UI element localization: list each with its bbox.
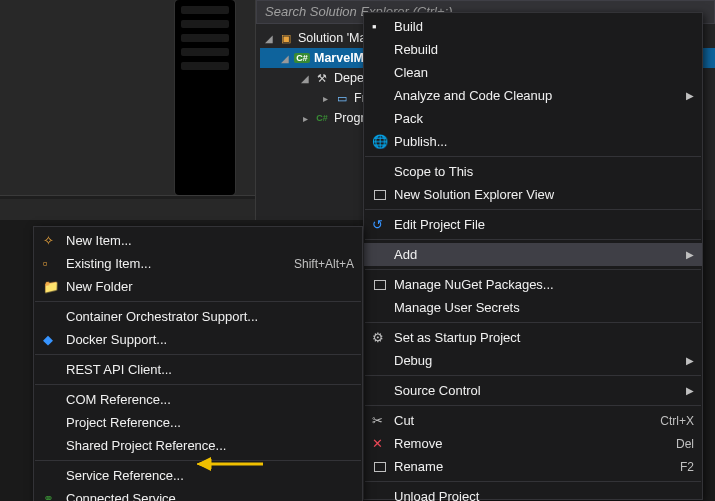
solution-label: Solution 'Ma (298, 31, 366, 45)
menu-separator (365, 405, 701, 406)
shortcut: Shift+Alt+A (286, 257, 354, 271)
connected-service-icon: ⚭ (43, 491, 59, 502)
csharp-file-icon: C# (314, 110, 330, 126)
menu-separator (365, 209, 701, 210)
submenu-arrow-icon: ▶ (682, 355, 694, 366)
menu-startup[interactable]: ⚙ Set as Startup Project (364, 326, 702, 349)
menu-new-view[interactable]: New Solution Explorer View (364, 183, 702, 206)
menu-remove[interactable]: ✕ Remove Del (364, 432, 702, 455)
menu-separator (365, 375, 701, 376)
solution-icon: ▣ (278, 30, 294, 46)
menu-separator (35, 354, 361, 355)
menu-separator (35, 384, 361, 385)
menu-add[interactable]: Add ▶ (364, 243, 702, 266)
submenu-new-folder[interactable]: 📁 New Folder (34, 275, 362, 298)
menu-scope[interactable]: Scope to This (364, 160, 702, 183)
menu-edit-project[interactable]: ↺ Edit Project File (364, 213, 702, 236)
menu-separator (365, 239, 701, 240)
menu-publish[interactable]: 🌐 Publish... (364, 130, 702, 153)
new-item-icon: ✧ (43, 233, 59, 249)
new-folder-icon: 📁 (43, 279, 59, 295)
menu-separator (365, 322, 701, 323)
phone-mockup (175, 0, 235, 195)
remove-icon: ✕ (372, 436, 388, 452)
menu-rebuild[interactable]: Rebuild (364, 38, 702, 61)
frameworks-icon: ▭ (334, 90, 350, 106)
submenu-rest-api[interactable]: REST API Client... (34, 358, 362, 381)
add-submenu: ✧ New Item... ▫ Existing Item... Shift+A… (33, 226, 363, 501)
submenu-shared-project-reference[interactable]: Shared Project Reference... (34, 434, 362, 457)
menu-debug[interactable]: Debug ▶ (364, 349, 702, 372)
shortcut: Ctrl+X (652, 414, 694, 428)
menu-separator (35, 301, 361, 302)
designer-preview (0, 0, 255, 220)
window-icon (374, 190, 386, 200)
edit-icon: ↺ (372, 217, 388, 233)
expand-icon[interactable]: ◢ (264, 33, 274, 44)
menu-clean[interactable]: Clean (364, 61, 702, 84)
expand-icon[interactable]: ◢ (280, 53, 290, 64)
menu-analyze[interactable]: Analyze and Code Cleanup ▶ (364, 84, 702, 107)
submenu-arrow-icon: ▶ (682, 385, 694, 396)
submenu-connected-service[interactable]: ⚭ Connected Service (34, 487, 362, 501)
menu-separator (365, 481, 701, 482)
nuget-icon (374, 280, 386, 290)
docker-icon: ◆ (43, 332, 59, 348)
menu-build[interactable]: ▪ Build (364, 15, 702, 38)
submenu-new-item[interactable]: ✧ New Item... (34, 229, 362, 252)
project-context-menu: ▪ Build Rebuild Clean Analyze and Code C… (363, 12, 703, 500)
submenu-docker[interactable]: ◆ Docker Support... (34, 328, 362, 351)
menu-source-control[interactable]: Source Control ▶ (364, 379, 702, 402)
menu-pack[interactable]: Pack (364, 107, 702, 130)
build-icon: ▪ (372, 19, 388, 35)
publish-icon: 🌐 (372, 134, 388, 150)
submenu-existing-item[interactable]: ▫ Existing Item... Shift+Alt+A (34, 252, 362, 275)
gear-icon: ⚙ (372, 330, 388, 346)
expand-icon[interactable]: ▸ (320, 93, 330, 104)
submenu-container-orchestrator[interactable]: Container Orchestrator Support... (34, 305, 362, 328)
menu-cut[interactable]: ✂ Cut Ctrl+X (364, 409, 702, 432)
csharp-project-icon: C# (294, 50, 310, 66)
submenu-arrow-icon: ▶ (682, 249, 694, 260)
menu-unload[interactable]: Unload Project (364, 485, 702, 501)
menu-separator (35, 460, 361, 461)
menu-separator (365, 156, 701, 157)
existing-item-icon: ▫ (43, 256, 59, 272)
expand-icon[interactable]: ◢ (300, 73, 310, 84)
submenu-project-reference[interactable]: Project Reference... (34, 411, 362, 434)
rename-icon (374, 462, 386, 472)
menu-secrets[interactable]: Manage User Secrets (364, 296, 702, 319)
submenu-arrow-icon: ▶ (682, 90, 694, 101)
submenu-service-reference[interactable]: Service Reference... (34, 464, 362, 487)
shortcut: F2 (672, 460, 694, 474)
shortcut: Del (668, 437, 694, 451)
submenu-com-reference[interactable]: COM Reference... (34, 388, 362, 411)
dependencies-icon: ⚒ (314, 70, 330, 86)
expand-icon[interactable]: ▸ (300, 113, 310, 124)
project-label: MarvelM (314, 51, 364, 65)
menu-rename[interactable]: Rename F2 (364, 455, 702, 478)
menu-separator (365, 269, 701, 270)
menu-nuget[interactable]: Manage NuGet Packages... (364, 273, 702, 296)
cut-icon: ✂ (372, 413, 388, 429)
